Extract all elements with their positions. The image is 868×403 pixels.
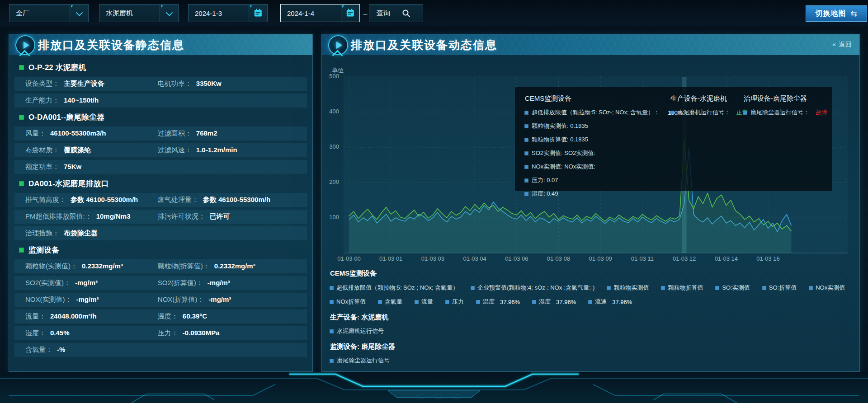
section-title-dust-collector: O-DA001--磨尾除尘器 bbox=[14, 110, 307, 124]
field-value: 参数 46100-55300m/h bbox=[71, 196, 138, 204]
field-label: 布袋材质： bbox=[25, 146, 59, 155]
legend-item[interactable]: 流速37.96% bbox=[589, 298, 632, 306]
x-axis-label: 01-03 01 bbox=[370, 255, 412, 262]
field: SO2(实测值)：-mg/m³ bbox=[25, 279, 158, 287]
field-value: 0.2332mg/m³ bbox=[82, 262, 123, 270]
legend-item[interactable]: SO:实测值 bbox=[716, 284, 750, 292]
field-value: 覆膜涤纶 bbox=[64, 146, 91, 155]
plant-select-value: 全厂 bbox=[16, 9, 70, 18]
legend-marker-icon bbox=[330, 286, 333, 290]
info-row: 设备类型：主要生产设备 电机功率：3350Kw bbox=[14, 77, 307, 91]
field: 过滤面积：768m2 bbox=[158, 129, 307, 138]
legend-item[interactable]: 温度37.96% bbox=[476, 298, 520, 306]
start-date-picker-button[interactable] bbox=[249, 5, 267, 22]
swap-arrows-icon: ⇆ bbox=[850, 9, 857, 19]
info-row: 风量：46100-55300m3/h 过滤面积：768m2 bbox=[14, 127, 307, 141]
back-link[interactable]: « 返回 bbox=[832, 41, 852, 49]
legend-marker-icon bbox=[476, 300, 480, 304]
field: NOX(实测值)：-mg/m³ bbox=[25, 295, 158, 304]
tooltip-treatment-column: 治理设备-磨尾除尘器 磨尾除尘器运行信号：故障 bbox=[744, 87, 830, 117]
legend-item[interactable]: 超低排放限值（颗拉物:5: SOz-; NOx; 含氧量） bbox=[330, 284, 458, 292]
field-value: 140~150t/h bbox=[64, 96, 99, 104]
legend-item[interactable]: 湿度37.96% bbox=[533, 298, 576, 306]
play-icon bbox=[15, 35, 35, 55]
start-date-value: 2024-1-3 bbox=[195, 9, 249, 17]
end-date-picker-button[interactable] bbox=[341, 5, 359, 22]
y-axis-tick: 200 bbox=[322, 178, 339, 185]
y-axis-tick: 300 bbox=[322, 143, 339, 150]
green-square-icon bbox=[19, 115, 24, 120]
legend-marker-icon bbox=[533, 300, 536, 304]
legend-item[interactable]: 颗粒物实测值 bbox=[607, 284, 649, 292]
field: 颗粒物(实测值)：0.2332mg/m³ bbox=[25, 262, 158, 271]
x-axis-label: 01-03 00 bbox=[328, 255, 370, 262]
switch-map-button[interactable]: 切换地图 ⇆ bbox=[806, 5, 867, 22]
field: 湿度：0.45% bbox=[25, 329, 158, 337]
field: 流量：24048.000m³/h bbox=[25, 312, 158, 321]
section-title-text: 监测设备 bbox=[28, 245, 59, 255]
field-value: -mg/m³ bbox=[208, 279, 230, 286]
field-label: 电机功率： bbox=[158, 80, 192, 88]
legend-item[interactable]: SO:折算值 bbox=[763, 284, 797, 292]
tooltip-production-title: 生产设备-水泥磨机 bbox=[670, 94, 742, 103]
field-label: 治理措施： bbox=[25, 229, 59, 238]
info-row: 排气筒高度：参数 46100-55300m/h 废气处理量：参数 46100-5… bbox=[14, 193, 307, 207]
field: SO2(折算值)：-mg/m³ bbox=[158, 279, 307, 287]
search-icon bbox=[402, 9, 410, 18]
legend-marker-icon bbox=[716, 286, 719, 290]
field: 废气处理量：参数 46100-55300m/h bbox=[158, 196, 307, 204]
field: 过滤风速：1.0-1.2m/min bbox=[158, 146, 307, 155]
legend-item[interactable]: 企业预警值(颗粒物:4; sOz-; NOx-;含氧气量:-) bbox=[471, 284, 594, 292]
field-label: 过滤面积： bbox=[158, 129, 192, 138]
field-label: SO2(实测值)： bbox=[25, 279, 71, 287]
field: 温度：60.39°C bbox=[158, 312, 307, 321]
legend-marker-icon bbox=[744, 111, 747, 114]
end-date-input[interactable]: 2024-1-4 bbox=[280, 4, 360, 22]
info-row: 流量：24048.000m³/h 温度：60.39°C bbox=[14, 309, 307, 323]
production-group-item[interactable]: 水泥磨机运行信号 bbox=[330, 327, 853, 335]
field-label: 设备类型： bbox=[25, 80, 59, 88]
field-value: 3350Kw bbox=[196, 80, 222, 87]
start-date-input[interactable]: 2024-1-3 bbox=[188, 4, 268, 22]
tooltip-cems-title: CEMS监测设备 bbox=[525, 94, 674, 103]
device-select[interactable]: 水泥磨机 bbox=[99, 4, 179, 22]
info-row: 湿度：0.45% 压力：-0.0930MPa bbox=[14, 326, 307, 340]
field-value: 768m2 bbox=[196, 129, 217, 137]
legend-item[interactable]: 流量 bbox=[415, 298, 433, 306]
field-value: 75Kw bbox=[64, 163, 81, 170]
field-value: 参数 46100-55300m/h bbox=[203, 196, 270, 204]
field-label: 废气处理量： bbox=[158, 196, 198, 204]
query-button[interactable]: 查询 bbox=[369, 4, 423, 22]
end-date-value: 2024-1-4 bbox=[287, 9, 341, 17]
plant-select-dropdown-button[interactable] bbox=[70, 5, 88, 22]
field-value: 主要生产设备 bbox=[64, 80, 104, 88]
info-row: 含氧量：-% bbox=[14, 343, 307, 357]
field-value: 已许可 bbox=[210, 212, 230, 221]
field-value: 10mg/Nm3 bbox=[96, 212, 131, 220]
footer-decoration bbox=[0, 372, 868, 403]
monitor-group-item[interactable]: 磨尾除尘器运行信号 bbox=[330, 356, 853, 365]
legend-item[interactable]: NOx实测值 bbox=[809, 284, 845, 292]
tooltip-item: 颗粒物折算值: 0.1835 bbox=[525, 136, 674, 144]
dynamic-info-panel: 排放口及关联设备动态信息 « 返回 单位 500400300200100 01-… bbox=[321, 34, 860, 372]
monitor-group-title: 监测设备: 磨尾除尘器 bbox=[330, 342, 853, 351]
legend-marker-icon bbox=[525, 192, 528, 196]
tooltip-item: SO2实测值: SO2实测值: bbox=[525, 149, 674, 157]
y-axis-tick: 500 bbox=[322, 73, 339, 80]
static-info-panel: 排放口及关联设备静态信息 O-P-22 水泥磨机 设备类型：主要生产设备 电机功… bbox=[9, 34, 313, 372]
device-select-dropdown-button[interactable] bbox=[160, 5, 178, 22]
legend-item[interactable]: NOx折算值 bbox=[330, 298, 366, 306]
legend-marker-icon bbox=[670, 111, 674, 114]
legend-item[interactable]: 含氧量 bbox=[378, 298, 402, 306]
field-value: 1.0-1.2m/min bbox=[196, 146, 237, 154]
status-badge: 故障 bbox=[816, 108, 827, 117]
field: 布袋材质：覆膜涤纶 bbox=[25, 146, 158, 155]
field-label: 风量： bbox=[25, 129, 46, 138]
legend-item[interactable]: 压力 bbox=[446, 298, 464, 306]
plant-select[interactable]: 全厂 bbox=[9, 4, 89, 22]
dynamic-panel-header: 排放口及关联设备动态信息 « 返回 bbox=[322, 34, 859, 55]
x-axis-label: 01-03 14 bbox=[705, 255, 747, 262]
field: 风量：46100-55300m3/h bbox=[25, 129, 158, 138]
x-axis-label: 01-03 06 bbox=[496, 255, 538, 262]
legend-item[interactable]: 颗粒物折算值 bbox=[661, 284, 703, 292]
